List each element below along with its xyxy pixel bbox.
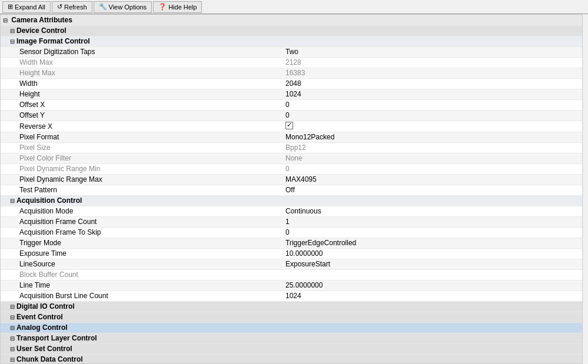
root-label: ⊟ Camera Attributes bbox=[1, 15, 283, 25]
attribute-name-cell: Acquisition Mode bbox=[1, 206, 283, 216]
table-row[interactable]: ⊟Analog Control bbox=[1, 322, 582, 333]
attribute-value-cell: Mono12Packed bbox=[283, 132, 582, 142]
table-row[interactable]: Offset X0 bbox=[1, 99, 582, 110]
attribute-name-cell: ⊟Transport Layer Control bbox=[1, 333, 283, 343]
attribute-value-cell bbox=[283, 301, 582, 312]
table-row[interactable]: Pixel Color FilterNone bbox=[1, 153, 582, 163]
table-row[interactable]: LineSourceExposureStart bbox=[1, 259, 582, 269]
table-row[interactable]: ⊟Transport Layer Control bbox=[1, 333, 582, 343]
attribute-name-cell: Line Time bbox=[1, 280, 283, 290]
table-row[interactable]: Width2048 bbox=[1, 78, 582, 89]
attribute-name-cell: Width bbox=[1, 78, 283, 89]
table-row[interactable]: Pixel Dynamic Range MaxMAX4095 bbox=[1, 174, 582, 185]
expand-icon[interactable]: ⊟ bbox=[10, 314, 15, 320]
attribute-name-cell: ⊟Acquisition Control bbox=[1, 195, 283, 206]
table-row[interactable]: Test PatternOff bbox=[1, 185, 582, 195]
attribute-value-cell: 0 bbox=[283, 227, 582, 238]
refresh-icon: ↺ bbox=[57, 3, 62, 11]
attribute-name-cell: ⊟User Set Control bbox=[1, 343, 283, 354]
table-row[interactable]: Line Time25.0000000 bbox=[1, 280, 582, 290]
table-row[interactable]: ⊟Device Control bbox=[1, 25, 582, 36]
table-row[interactable]: Height Max16383 bbox=[1, 68, 582, 78]
attribute-value-cell bbox=[283, 343, 582, 354]
attribute-value-cell: 10.0000000 bbox=[283, 248, 582, 259]
table-row[interactable]: Sensor Digitization TapsTwo bbox=[1, 46, 582, 57]
attribute-label: Acquisition Frame Count bbox=[19, 218, 97, 226]
table-row[interactable]: ⊟Image Format Control bbox=[1, 36, 582, 46]
expand-icon[interactable]: ⊟ bbox=[10, 198, 15, 204]
table-row[interactable]: ⊟User Set Control bbox=[1, 343, 582, 354]
attribute-value-cell bbox=[283, 195, 582, 206]
table-row[interactable]: ⊟Event Control bbox=[1, 312, 582, 322]
attribute-label: Acquisition Mode bbox=[19, 207, 73, 215]
expand-icon[interactable]: ⊟ bbox=[10, 303, 15, 310]
attribute-name-cell: Offset X bbox=[1, 99, 283, 110]
attribute-label: Pixel Dynamic Range Min bbox=[19, 165, 100, 173]
table-row[interactable]: Acquisition Frame To Skip0 bbox=[1, 227, 582, 238]
attribute-value-cell: 2048 bbox=[283, 78, 582, 89]
attribute-value-cell bbox=[283, 322, 582, 333]
attribute-label: Height bbox=[19, 90, 40, 98]
attribute-name-cell: ⊟Image Format Control bbox=[1, 36, 283, 46]
attribute-value-cell bbox=[283, 312, 582, 322]
table-row[interactable]: Exposure Time10.0000000 bbox=[1, 248, 582, 259]
view-options-button[interactable]: 🔧 View Options bbox=[94, 1, 152, 13]
attribute-value-cell: MAX4095 bbox=[283, 174, 582, 185]
attribute-value-cell bbox=[283, 333, 582, 343]
attribute-label: Line Time bbox=[19, 281, 50, 289]
table-row[interactable]: ⊟ Camera Attributes bbox=[1, 15, 582, 25]
attribute-name-cell: ⊟Event Control bbox=[1, 312, 283, 322]
attribute-value-cell bbox=[283, 36, 582, 46]
attribute-label: Reverse X bbox=[19, 122, 52, 131]
table-row[interactable]: Acquisition Burst Line Count1024 bbox=[1, 290, 582, 301]
table-row[interactable]: Acquisition Frame Count1 bbox=[1, 216, 582, 227]
table-row[interactable]: Reverse X bbox=[1, 121, 582, 132]
attribute-label: Width Max bbox=[19, 58, 53, 66]
attribute-value-cell: ExposureStart bbox=[283, 259, 582, 269]
expand-icon[interactable]: ⊟ bbox=[10, 28, 15, 34]
refresh-button[interactable]: ↺ Refresh bbox=[52, 1, 92, 13]
expand-icon[interactable]: ⊟ bbox=[10, 335, 15, 342]
table-row[interactable]: ⊟Acquisition Control bbox=[1, 195, 582, 206]
attribute-value-cell: 1024 bbox=[283, 290, 582, 301]
table-row[interactable]: Pixel FormatMono12Packed bbox=[1, 132, 582, 142]
checkbox[interactable] bbox=[285, 122, 293, 129]
table-row[interactable]: Offset Y0 bbox=[1, 110, 582, 121]
attribute-label: Block Buffer Count bbox=[19, 271, 78, 279]
table-row[interactable]: ⊟Digital IO Control bbox=[1, 301, 582, 312]
table-row[interactable]: Height1024 bbox=[1, 89, 582, 99]
table-row[interactable]: Acquisition ModeContinuous bbox=[1, 206, 582, 216]
root-value bbox=[283, 15, 582, 25]
attribute-name-cell: Sensor Digitization Taps bbox=[1, 46, 283, 57]
attribute-label: Pixel Dynamic Range Max bbox=[19, 175, 102, 183]
expand-icon[interactable]: ⊟ bbox=[10, 38, 15, 45]
hide-help-button[interactable]: ❓ Hide Help bbox=[153, 1, 202, 13]
refresh-label: Refresh bbox=[64, 4, 87, 11]
attribute-name-cell: Offset Y bbox=[1, 110, 283, 121]
table-row[interactable]: Pixel SizeBpp12 bbox=[1, 142, 582, 153]
table-row[interactable]: Trigger ModeTriggerEdgeControlled bbox=[1, 238, 582, 248]
expand-icon[interactable]: ⊟ bbox=[10, 346, 15, 352]
expand-all-icon: ⊞ bbox=[8, 3, 13, 11]
table-row[interactable]: Pixel Dynamic Range Min0 bbox=[1, 163, 582, 174]
attribute-name-cell: Exposure Time bbox=[1, 248, 283, 259]
view-options-label: View Options bbox=[109, 4, 147, 11]
attribute-label: Offset Y bbox=[19, 111, 45, 119]
root-text: Camera Attributes bbox=[11, 16, 72, 24]
expand-all-button[interactable]: ⊞ Expand All bbox=[2, 1, 51, 13]
attribute-name-cell: Pixel Size bbox=[1, 142, 283, 153]
expand-icon[interactable]: ⊟ bbox=[10, 325, 15, 331]
attribute-name-cell: Acquisition Frame Count bbox=[1, 216, 283, 227]
table-row[interactable]: Block Buffer Count bbox=[1, 269, 582, 280]
expand-icon[interactable]: ⊟ bbox=[3, 17, 8, 24]
attribute-label: Width bbox=[19, 79, 38, 88]
table-row[interactable]: Width Max2128 bbox=[1, 57, 582, 68]
section-label: Transport Layer Control bbox=[16, 334, 97, 342]
attribute-value-cell bbox=[283, 121, 582, 132]
attribute-value-cell: 2128 bbox=[283, 57, 582, 68]
table-row[interactable]: ⊟Chunk Data Control bbox=[1, 354, 582, 364]
section-label: Analog Control bbox=[16, 323, 68, 332]
attribute-value-cell: 0 bbox=[283, 163, 582, 174]
tree-panel[interactable]: ⊟ Camera Attributes ⊟Device Control⊟Imag… bbox=[0, 14, 583, 364]
attribute-name-cell: ⊟Digital IO Control bbox=[1, 301, 283, 312]
